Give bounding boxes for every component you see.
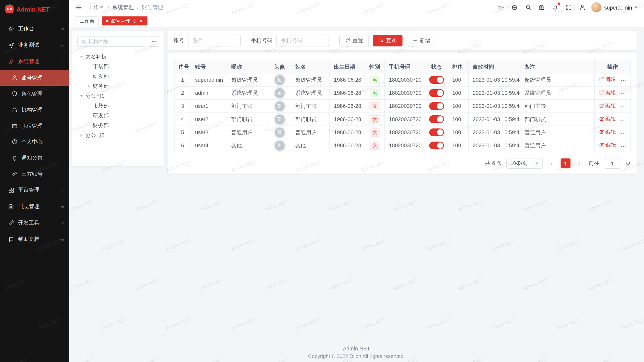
username[interactable]: superadmin xyxy=(604,4,632,10)
menu-toggle-icon[interactable] xyxy=(75,4,82,11)
brand-logo[interactable]: Admin.NET xyxy=(0,0,69,18)
tree-node[interactable]: 分公司1 xyxy=(77,91,159,101)
tree-node[interactable]: 市场部 xyxy=(77,101,159,111)
close-icon[interactable] xyxy=(139,19,143,23)
sidebar-item-workbench[interactable]: 工作台 xyxy=(0,21,69,37)
row-more-button[interactable] xyxy=(620,78,626,84)
cell-avatar: 超 xyxy=(268,73,291,86)
breadcrumb-item[interactable]: 系统管理 xyxy=(112,4,134,11)
query-button[interactable]: 查询 xyxy=(373,35,403,46)
row-more-button[interactable] xyxy=(620,143,626,149)
tabs-bar: 工作台账号管理 xyxy=(69,15,644,27)
reset-button[interactable]: 重置 xyxy=(339,35,369,46)
account-filter-input[interactable] xyxy=(188,35,241,46)
chevron-down-icon xyxy=(61,188,64,191)
sidebar-subitem-label: 通知公告 xyxy=(21,154,64,161)
cell-modified: 2023-01-03 10:59:44 xyxy=(468,86,520,100)
sidebar-subitem-role-manage[interactable]: 角色管理 xyxy=(0,86,69,102)
font-size-icon[interactable]: TT xyxy=(498,4,504,11)
status-toggle[interactable] xyxy=(429,102,444,110)
add-button[interactable]: 新增 xyxy=(407,35,436,46)
sidebar-item-system-manage[interactable]: 系统管理 xyxy=(0,53,69,70)
edit-icon xyxy=(599,90,604,95)
brand-logo-icon xyxy=(5,5,14,13)
cell-modified: 2023-01-03 10:59:44 xyxy=(468,73,520,86)
status-toggle[interactable] xyxy=(429,115,444,123)
tree-more-button[interactable] xyxy=(149,36,159,47)
edit-icon xyxy=(599,103,604,108)
page-size-select[interactable]: 10条/页 xyxy=(506,158,543,169)
tree-caret-icon[interactable] xyxy=(78,93,85,99)
send-icon xyxy=(8,42,14,48)
search-icon[interactable] xyxy=(525,4,532,11)
table-row: 3user1部门主管部部门主管1986-06-28女18020030720100… xyxy=(174,100,631,113)
org-search-field[interactable] xyxy=(77,36,145,47)
row-more-button[interactable] xyxy=(620,130,626,136)
cell-nickname: 部门主管 xyxy=(227,100,268,113)
book-icon xyxy=(8,236,14,242)
avatar[interactable] xyxy=(591,3,601,12)
edit-button[interactable]: 编辑 xyxy=(599,76,616,83)
column-header: 状态 xyxy=(425,60,448,73)
goto-page-input[interactable] xyxy=(604,158,621,169)
sidebar-item-business-test[interactable]: 业务测试 xyxy=(0,37,69,53)
gift-icon[interactable] xyxy=(539,4,545,11)
sidebar-subitem-notice[interactable]: 通知公告 xyxy=(0,150,69,166)
row-more-button[interactable] xyxy=(620,104,626,110)
refresh-icon[interactable] xyxy=(132,19,137,23)
sidebar-item-log-manage[interactable]: 日志管理 xyxy=(0,198,69,215)
status-toggle[interactable] xyxy=(429,142,444,149)
row-more-button[interactable] xyxy=(620,117,626,123)
status-toggle[interactable] xyxy=(429,89,444,97)
sidebar-item-platform-manage[interactable]: 平台管理 xyxy=(0,182,69,198)
page-size-value: 10条/页 xyxy=(510,160,527,167)
globe-icon[interactable] xyxy=(511,4,518,11)
tools-icon xyxy=(8,220,14,226)
edit-button[interactable]: 编辑 xyxy=(599,115,616,122)
sidebar-subitem-third-account[interactable]: 三方账号 xyxy=(0,166,69,182)
tree-node[interactable]: 研发部 xyxy=(77,71,159,81)
tree-node[interactable]: 财务部 xyxy=(77,121,159,130)
row-more-button[interactable] xyxy=(620,91,626,97)
edit-button[interactable]: 编辑 xyxy=(599,142,616,149)
tree-caret-icon[interactable] xyxy=(86,83,92,89)
tree-node[interactable]: 研发部 xyxy=(77,111,159,121)
phone-filter-input[interactable] xyxy=(276,35,329,46)
status-toggle[interactable] xyxy=(429,76,444,84)
sidebar-subitem-position-manage[interactable]: 职位管理 xyxy=(0,118,69,134)
user-icon xyxy=(12,75,18,81)
tree-caret-icon[interactable] xyxy=(78,132,85,139)
edit-button[interactable]: 编辑 xyxy=(599,102,616,109)
breadcrumb-item[interactable]: 工作台 xyxy=(88,4,104,11)
cell-gender: 女 xyxy=(365,139,385,152)
page-number-1[interactable]: 1 xyxy=(561,158,571,168)
tab-workbench[interactable]: 工作台 xyxy=(75,16,98,25)
next-page-button[interactable]: › xyxy=(575,158,584,168)
tree-node[interactable]: 财务部 xyxy=(77,81,159,91)
edit-button[interactable]: 编辑 xyxy=(599,128,616,136)
prev-page-button[interactable]: ‹ xyxy=(547,158,556,168)
person-icon[interactable] xyxy=(579,4,586,11)
tab-label: 账号管理 xyxy=(110,17,130,24)
sidebar-subitem-account-manage[interactable]: 账号管理 xyxy=(0,70,69,86)
org-search-input[interactable] xyxy=(88,38,142,44)
status-toggle[interactable] xyxy=(429,128,444,136)
tab-account-manage[interactable]: 账号管理 xyxy=(102,16,147,25)
fullscreen-icon[interactable] xyxy=(566,4,572,11)
tree-node[interactable]: 分公司2 xyxy=(77,130,159,140)
cell-nickname: 系统管理员 xyxy=(227,86,268,100)
sidebar-subitem-personal-center[interactable]: 个人中心 xyxy=(0,134,69,150)
sidebar-subitem-org-manage[interactable]: 机构管理 xyxy=(0,102,69,118)
account-filter-label: 账号 xyxy=(173,37,184,44)
sidebar-item-label: 开发工具 xyxy=(18,219,61,227)
edit-button[interactable]: 编辑 xyxy=(599,89,616,96)
sidebar-item-help-docs[interactable]: 帮助文档 xyxy=(0,231,69,247)
tree-node[interactable]: 大名科技 xyxy=(77,52,159,62)
home-icon xyxy=(8,26,14,32)
tree-node[interactable]: 市场部 xyxy=(77,62,159,71)
edit-icon xyxy=(599,129,604,135)
column-header: 出生日期 xyxy=(330,60,365,73)
notification-icon[interactable] xyxy=(552,4,558,11)
sidebar-item-dev-tools[interactable]: 开发工具 xyxy=(0,215,69,231)
tree-caret-icon[interactable] xyxy=(78,53,85,60)
